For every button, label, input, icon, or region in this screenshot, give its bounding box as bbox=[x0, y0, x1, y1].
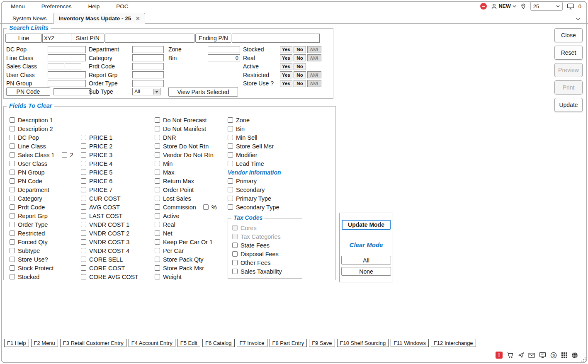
na-button[interactable]: N/A bbox=[307, 80, 321, 87]
clear-field-option[interactable]: Store Pack Qty bbox=[155, 255, 217, 264]
clear-field-option[interactable]: Prdt Code bbox=[10, 203, 73, 211]
checkbox-icon[interactable] bbox=[155, 265, 160, 271]
checkbox-icon[interactable] bbox=[10, 187, 15, 192]
update-button[interactable]: Update bbox=[554, 98, 583, 112]
menu-item[interactable]: POC bbox=[116, 3, 128, 10]
clear-field-option[interactable]: Order Type bbox=[10, 220, 73, 229]
clear-field-option[interactable]: User Class bbox=[10, 159, 73, 168]
checkbox-icon[interactable] bbox=[62, 152, 67, 158]
zone-input[interactable] bbox=[208, 46, 240, 53]
clear-field-option[interactable]: AVG COST bbox=[81, 203, 138, 211]
clear-field-option[interactable]: LAST COST bbox=[81, 211, 138, 220]
clear-field-option[interactable]: Secondary Type bbox=[228, 203, 306, 211]
function-key-button[interactable]: F4 Account Entry bbox=[129, 339, 175, 347]
clear-field-option[interactable]: Sales Class 1 2 bbox=[10, 150, 73, 159]
checkbox-icon[interactable] bbox=[203, 204, 209, 210]
checkbox-icon[interactable] bbox=[228, 152, 233, 158]
select-all-button[interactable]: All bbox=[341, 256, 391, 265]
clear-field-option[interactable]: Zone bbox=[228, 116, 306, 124]
clear-field-option[interactable]: Store Pack Msr bbox=[155, 264, 217, 272]
pn-code-input[interactable] bbox=[53, 88, 91, 95]
checkbox-icon[interactable] bbox=[228, 126, 233, 131]
checkbox-icon[interactable] bbox=[81, 187, 86, 192]
checkbox-icon[interactable] bbox=[155, 196, 160, 201]
checkbox-icon[interactable] bbox=[81, 152, 86, 158]
tab-overflow-chevron-icon[interactable] bbox=[576, 17, 581, 20]
checkbox-icon[interactable] bbox=[155, 239, 160, 245]
clear-field-option[interactable]: Store Sell Msr bbox=[228, 142, 306, 150]
clear-field-option[interactable]: Real bbox=[155, 220, 217, 229]
clear-field-option[interactable]: Secondary bbox=[228, 185, 306, 194]
filter-input[interactable] bbox=[132, 46, 164, 53]
clear-field-option[interactable]: Store Do Not Rtn bbox=[155, 142, 217, 150]
clear-field-option[interactable]: Line Class bbox=[10, 142, 73, 150]
no-button[interactable]: No bbox=[294, 71, 306, 78]
function-key-button[interactable]: F9 Save bbox=[309, 339, 335, 347]
yes-button[interactable]: Yes bbox=[280, 71, 292, 78]
tab-inventory-mass-update[interactable]: Inventory Mass Update - 25 bbox=[53, 13, 146, 24]
filter-input[interactable] bbox=[48, 80, 86, 87]
na-button[interactable]: N/A bbox=[307, 71, 321, 78]
clear-field-option[interactable]: VNDR COST 2 bbox=[81, 229, 138, 238]
start-pn-button[interactable]: Start P/N bbox=[71, 34, 104, 43]
clear-field-option[interactable]: Keep Per Car Or 1 bbox=[155, 238, 217, 246]
checkbox-icon[interactable] bbox=[81, 143, 86, 149]
clear-field-option[interactable]: VNDR COST 3 bbox=[81, 238, 138, 246]
clear-field-option[interactable]: CORE AVG COST bbox=[81, 272, 138, 281]
filter-input[interactable] bbox=[48, 71, 86, 78]
checkbox-icon[interactable] bbox=[155, 161, 160, 166]
checkbox-icon[interactable] bbox=[81, 196, 86, 201]
menu-item[interactable]: Preferences bbox=[41, 3, 72, 10]
select-none-button[interactable]: None bbox=[341, 267, 391, 276]
no-button[interactable]: No bbox=[294, 63, 306, 70]
clear-field-option[interactable]: PRICE 5 bbox=[81, 168, 138, 177]
checkbox-icon[interactable] bbox=[10, 213, 15, 218]
checkbox-icon[interactable] bbox=[228, 143, 233, 149]
clear-field-option[interactable]: Order Point bbox=[155, 185, 217, 194]
clear-field-option[interactable]: Per Car bbox=[155, 246, 217, 255]
clear-field-option[interactable]: Description 2 bbox=[10, 124, 73, 133]
filter-input[interactable] bbox=[48, 54, 86, 61]
globe-icon[interactable] bbox=[571, 352, 578, 359]
checkbox-icon[interactable] bbox=[10, 265, 15, 271]
checkbox-icon[interactable] bbox=[10, 196, 15, 201]
checkbox-icon[interactable] bbox=[232, 269, 238, 274]
checkbox-icon[interactable] bbox=[10, 126, 15, 131]
no-button[interactable]: No bbox=[294, 54, 306, 61]
currency-icon[interactable]: S bbox=[550, 352, 557, 359]
function-key-button[interactable]: F3 Retail Customer Entry bbox=[60, 339, 126, 347]
line-button[interactable]: Line bbox=[5, 34, 42, 43]
filter-input[interactable] bbox=[132, 80, 164, 87]
checkbox-icon[interactable] bbox=[228, 178, 233, 184]
clear-field-option[interactable]: Active bbox=[155, 211, 217, 220]
clear-field-option[interactable]: Weight bbox=[155, 272, 217, 281]
clear-field-option[interactable]: Sales Taxability bbox=[232, 267, 302, 276]
checkbox-icon[interactable] bbox=[232, 234, 238, 239]
clear-field-option[interactable]: Bin bbox=[228, 124, 306, 133]
function-key-button[interactable]: F11 Windows bbox=[391, 339, 429, 347]
ending-pn-button[interactable]: Ending P/N bbox=[195, 34, 231, 43]
checkbox-icon[interactable] bbox=[232, 251, 238, 257]
clear-field-option[interactable]: Net bbox=[155, 229, 217, 238]
clear-field-option[interactable]: Report Grp bbox=[10, 211, 73, 220]
checkbox-icon[interactable] bbox=[81, 231, 86, 236]
clear-field-option[interactable]: Max bbox=[155, 168, 217, 177]
user-menu[interactable]: NEW bbox=[491, 3, 516, 10]
checkbox-icon[interactable] bbox=[228, 204, 233, 210]
reset-button[interactable]: Reset bbox=[554, 46, 583, 60]
clear-field-option[interactable]: PRICE 1 bbox=[81, 133, 138, 142]
checkbox-icon[interactable] bbox=[81, 265, 86, 271]
checkbox-icon[interactable] bbox=[81, 248, 86, 253]
line-input[interactable] bbox=[42, 34, 72, 43]
location-pin-icon[interactable] bbox=[520, 3, 526, 10]
close-button[interactable]: Close bbox=[554, 28, 583, 42]
clear-field-option[interactable]: Commission % bbox=[155, 203, 217, 211]
checkbox-icon[interactable] bbox=[155, 274, 160, 279]
checkbox-icon[interactable] bbox=[155, 204, 160, 210]
clear-field-option[interactable]: PRICE 2 bbox=[81, 142, 138, 150]
yes-button[interactable]: Yes bbox=[280, 63, 292, 70]
clear-field-option[interactable]: VNDR COST 1 bbox=[81, 220, 138, 229]
filter-input[interactable] bbox=[132, 54, 164, 61]
clear-field-option[interactable]: CORE SELL bbox=[81, 255, 138, 264]
clear-field-option[interactable]: State Fees bbox=[232, 241, 302, 250]
